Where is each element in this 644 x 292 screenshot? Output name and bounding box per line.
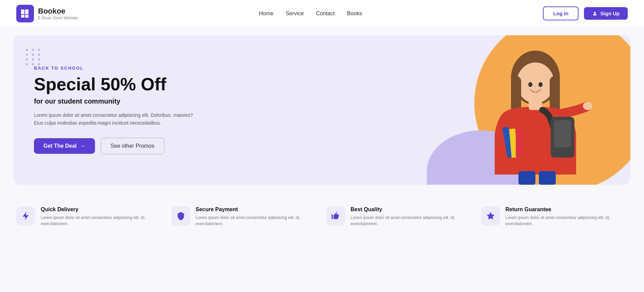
return-guarantee-title: Return Guarantee <box>506 206 628 213</box>
arrow-icon: → <box>80 143 86 149</box>
svg-point-17 <box>538 82 543 87</box>
logo-text: Bookoe E-Book Store Website <box>38 7 78 20</box>
best-quality-desc: Lorem ipsum dolor sit amet consectetur a… <box>351 215 473 227</box>
svg-rect-3 <box>25 15 29 18</box>
svg-rect-0 <box>21 10 24 14</box>
feature-best-quality: Best Quality Lorem ipsum dolor sit amet … <box>326 206 473 227</box>
secure-payment-icon-wrapper <box>171 206 190 225</box>
dots-decoration <box>26 49 41 65</box>
lightning-icon <box>21 211 31 221</box>
shield-icon <box>176 211 186 221</box>
hero-buttons: Get The Deal → See other Promos <box>34 138 197 154</box>
brand-name: Bookoe <box>38 7 78 16</box>
hero-tag: BACK TO SCHOOL <box>34 66 197 71</box>
get-deal-button[interactable]: Get The Deal → <box>34 138 95 154</box>
quick-delivery-icon-wrapper <box>16 206 35 225</box>
deal-label: Get The Deal <box>43 143 77 149</box>
quick-delivery-text: Quick Delivery Lorem ipsum dolor sit ame… <box>41 206 163 227</box>
book-icon <box>20 8 31 19</box>
svg-rect-19 <box>554 120 571 147</box>
secure-payment-title: Secure Payment <box>196 206 318 213</box>
svg-rect-2 <box>21 15 24 18</box>
features-section: Quick Delivery Lorem ipsum dolor sit ame… <box>0 193 644 234</box>
navbar: Bookoe E-Book Store Website Home Service… <box>0 0 644 27</box>
logo-area: Bookoe E-Book Store Website <box>16 5 78 22</box>
student-image <box>461 42 610 185</box>
best-quality-icon-wrapper <box>326 206 345 225</box>
hero-description: Lorem ipsum dolor sit amet consectetur a… <box>34 111 197 127</box>
svg-rect-12 <box>516 130 522 157</box>
nav-books[interactable]: Books <box>347 11 362 17</box>
nav-actions: Log In Sign Up <box>543 6 628 20</box>
signup-button[interactable]: Sign Up <box>584 7 628 20</box>
svg-rect-15 <box>539 171 556 185</box>
hero-banner: BACK TO SCHOOL Special 50% Off for our s… <box>14 35 630 185</box>
quick-delivery-desc: Lorem ipsum dolor sit amet consectetur a… <box>41 215 163 227</box>
svg-point-6 <box>517 62 554 103</box>
see-promos-button[interactable]: See other Promos <box>100 138 165 154</box>
hero-subtitle: for our student community <box>34 97 197 105</box>
svg-point-4 <box>594 12 596 13</box>
feature-quick-delivery: Quick Delivery Lorem ipsum dolor sit ame… <box>16 206 163 227</box>
quick-delivery-title: Quick Delivery <box>41 206 163 213</box>
brand-tagline: E-Book Store Website <box>38 16 78 20</box>
nav-contact[interactable]: Contact <box>316 11 335 17</box>
nav-links: Home Service Contact Books <box>259 11 362 17</box>
nav-service[interactable]: Service <box>286 11 304 17</box>
logo-icon <box>16 5 34 22</box>
signup-label: Sign Up <box>600 11 620 16</box>
hero-title: Special 50% Off <box>34 75 197 94</box>
return-guarantee-desc: Lorem ipsum dolor sit amet consectetur a… <box>506 215 628 227</box>
svg-point-13 <box>583 102 592 110</box>
svg-rect-1 <box>25 10 29 14</box>
thumbsup-icon <box>331 211 340 221</box>
return-guarantee-icon-wrapper <box>481 206 500 225</box>
return-guarantee-text: Return Guarantee Lorem ipsum dolor sit a… <box>506 206 628 227</box>
star-icon <box>486 211 495 221</box>
student-figure-svg <box>471 45 600 185</box>
secure-payment-text: Secure Payment Lorem ipsum dolor sit ame… <box>196 206 318 227</box>
feature-secure-payment: Secure Payment Lorem ipsum dolor sit ame… <box>171 206 318 227</box>
login-button[interactable]: Log In <box>543 6 579 20</box>
feature-return-guarantee: Return Guarantee Lorem ipsum dolor sit a… <box>481 206 628 227</box>
svg-rect-14 <box>518 171 535 185</box>
secure-payment-desc: Lorem ipsum dolor sit amet consectetur a… <box>196 215 318 227</box>
user-icon <box>592 11 598 16</box>
best-quality-text: Best Quality Lorem ipsum dolor sit amet … <box>351 206 473 227</box>
hero-wrapper: BACK TO SCHOOL Special 50% Off for our s… <box>0 27 644 193</box>
hero-content: BACK TO SCHOOL Special 50% Off for our s… <box>34 66 197 154</box>
best-quality-title: Best Quality <box>351 206 473 213</box>
nav-home[interactable]: Home <box>259 11 273 17</box>
svg-point-16 <box>528 82 532 87</box>
